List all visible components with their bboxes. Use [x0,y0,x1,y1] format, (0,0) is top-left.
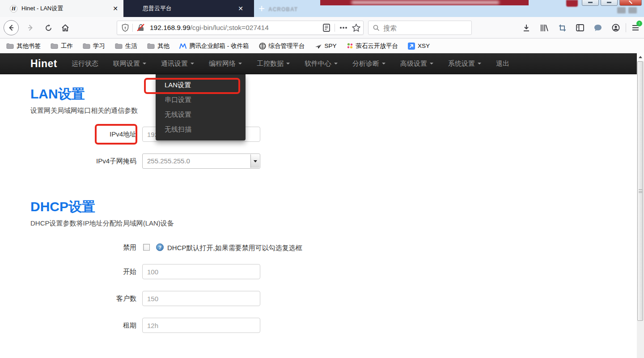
nav-system-settings[interactable]: 系统设置 [448,60,481,68]
dhcp-disable-checkbox[interactable] [143,244,150,251]
nav-communication-settings[interactable]: 通讯设置 [161,60,194,68]
url-path: /cgi-bin/luci/;stok=027414 [191,24,269,31]
forward-button[interactable] [23,21,38,35]
tab-close-icon[interactable]: ✕ [111,4,120,13]
bookmark-star-icon[interactable] [352,24,360,32]
bookmark-management-platform[interactable]: 综合管理平台 [259,42,305,50]
bookmark-folder-study[interactable]: 学习 [83,42,105,50]
bookmark-folder-other-bookmarks[interactable]: 其他书签 [6,42,41,50]
urlbar-actions [321,21,360,34]
bookmark-folder-misc[interactable]: 其他 [147,42,169,50]
dhcp-section-title: DHCP设置 [30,198,95,216]
chevron-down-icon [478,63,481,64]
nav-diagnostics[interactable]: 分析诊断 [352,60,386,68]
scrollbar-up-arrow[interactable] [637,53,644,61]
nav-industrial-data[interactable]: 工控数据 [257,60,290,68]
chevron-down-icon [191,63,194,64]
bookmark-ezviz-platform[interactable]: 萤石云开放平台 [347,42,398,50]
background-maximize-button [601,0,618,6]
nav-programming-network[interactable]: 编程网络 [209,60,242,68]
communication-settings-dropdown: LAN设置 串口设置 无线设置 无线扫描 [156,74,246,141]
screenshot-icon[interactable] [553,21,571,35]
library-icon[interactable] [535,21,553,35]
tab-close-icon[interactable]: ✕ [236,4,245,13]
chevron-down-icon [286,63,290,64]
menu-hamburger-icon[interactable]: ↑ [627,21,644,35]
folder-icon [147,43,155,49]
folder-icon [115,43,123,49]
tracking-shield-icon[interactable] [122,24,129,32]
ipv4-netmask-select[interactable]: 255.255.255.0 [142,153,260,169]
reader-mode-icon[interactable] [323,24,330,32]
reload-button[interactable] [41,21,55,35]
urlbar-divider [335,24,335,32]
ezviz-icon [347,43,353,49]
bookmark-label: 工作 [61,42,73,50]
chevron-down-icon [254,160,257,162]
nav-logout[interactable]: 退出 [496,60,509,68]
nav-software-center[interactable]: 软件中心 [305,60,338,68]
chevron-down-icon [334,63,338,64]
page-content: LAN设置 设置网关局域网端口相关的通信参数 IPv4地址 IPv4子网掩码 2… [0,74,637,358]
lan-section-description: 设置网关局域网端口相关的通信参数 [30,107,138,115]
back-button[interactable] [4,20,19,35]
browser-toolbar: 192.168.9.99/cgi-bin/luci/;stok=027414 [0,17,644,38]
hinet-favicon-icon: H [10,5,17,13]
new-tab-button[interactable]: + [254,0,269,17]
urlbar-divider [132,24,133,32]
tab-title: Hinet - LAN设置 [21,4,111,13]
dropdown-item-lan-settings[interactable]: LAN设置 [156,77,246,92]
bookmark-xsy[interactable]: XSY [408,43,430,50]
site-brand[interactable]: Hinet [30,58,57,70]
nav-label: 系统设置 [448,60,475,68]
bookmark-label: 其他 [157,42,169,50]
ipv4-address-label: IPv4地址 [29,127,136,142]
tab-title: 思普云平台 [143,4,236,13]
page-actions-icon[interactable] [339,26,347,29]
bookmark-label: 萤石云开放平台 [356,42,398,50]
background-close-button [619,0,642,6]
search-input[interactable] [383,24,459,32]
home-button[interactable] [58,21,72,35]
dhcp-start-input[interactable] [142,264,260,279]
dhcp-start-label: 开始 [29,264,136,279]
bookmark-tencent-mail[interactable]: 腾讯企业邮箱 - 收件箱 [179,42,249,50]
sidebar-toggle-icon[interactable] [571,21,589,35]
dhcp-clients-input[interactable] [142,291,260,306]
page-scrollbar[interactable] [637,53,644,358]
tencent-mail-icon [179,43,186,49]
downloads-icon[interactable] [517,21,535,35]
dhcp-lease-input[interactable] [142,318,260,333]
url-bar[interactable]: 192.168.9.99/cgi-bin/luci/;stok=027414 [117,21,364,35]
chevron-down-icon [238,63,242,64]
nav-network-settings[interactable]: 联网设置 [113,60,146,68]
bookmark-folder-work[interactable]: 工作 [51,42,73,50]
bookmark-spy[interactable]: SPY [315,43,337,49]
folder-icon [51,43,58,49]
nav-run-status[interactable]: 运行状态 [72,60,98,68]
bookmark-label: 生活 [125,42,137,50]
nav-advanced-settings[interactable]: 高级设置 [400,60,433,68]
url-text[interactable]: 192.168.9.99/cgi-bin/luci/;stok=027414 [150,24,306,32]
site-nav-items: 运行状态 联网设置 通讯设置 编程网络 工控数据 软件中心 分析诊断 高级设置 … [72,60,509,68]
insecure-lock-icon[interactable] [136,24,145,32]
bookmark-folder-life[interactable]: 生活 [115,42,137,50]
dropdown-item-wireless-settings[interactable]: 无线设置 [156,107,246,122]
select-dropdown-button[interactable] [250,154,259,168]
search-icon [373,25,380,31]
chat-bubble-icon[interactable] [589,21,607,35]
nav-label: 运行状态 [72,60,98,68]
update-badge: ↑ [636,21,642,26]
tab-hinet[interactable]: H Hinet - LAN设置 ✕ [0,0,123,17]
account-icon[interactable] [607,21,625,35]
nav-label: 软件中心 [305,60,331,68]
dropdown-item-wireless-scan[interactable]: 无线扫描 [156,122,246,136]
search-box[interactable] [368,21,472,35]
bookmark-label: 其他书签 [17,42,41,50]
scrollbar-thumb[interactable] [637,61,643,321]
screen: H Hinet - LAN设置 ✕ 思普云平台 ✕ + ACROBAT [0,0,644,358]
tab-sipu-cloud[interactable]: 思普云平台 ✕ [127,0,249,17]
background-window-logo [566,0,578,7]
bookmark-label: 腾讯企业邮箱 - 收件箱 [189,42,249,50]
dropdown-item-serial-settings[interactable]: 串口设置 [156,92,246,107]
